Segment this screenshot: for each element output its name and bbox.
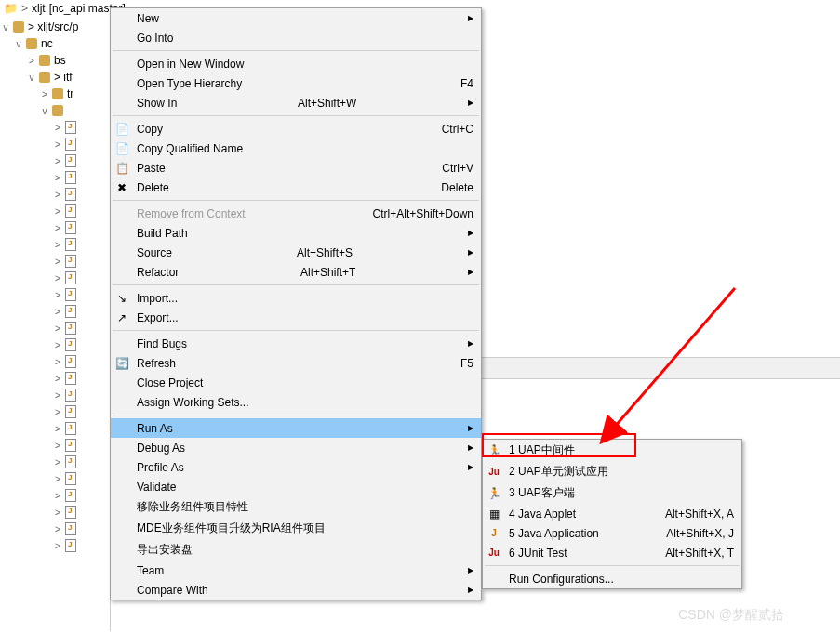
context-menu[interactable]: New▶Go IntoOpen in New WindowOpen Type H… (110, 7, 482, 600)
menu-item-import-[interactable]: ↘Import... (111, 288, 481, 308)
menu-item-1-uap-[interactable]: 🏃1 UAP中间件 (483, 440, 741, 461)
tree-item[interactable]: > (0, 286, 110, 303)
tree-item[interactable]: > (0, 420, 110, 437)
tree-item[interactable]: > (0, 119, 110, 136)
menu-item-show-in[interactable]: Show InAlt+Shift+W▶ (111, 93, 481, 112)
file-icon (63, 521, 78, 536)
menu-item-source[interactable]: SourceAlt+Shift+S▶ (111, 243, 481, 262)
menu-item-4-java-applet[interactable]: ▦4 Java AppletAlt+Shift+X, A (483, 504, 741, 523)
tree-item[interactable]: > (0, 487, 110, 504)
menu-item-open-type-hierarchy[interactable]: Open Type HierarchyF4 (111, 73, 481, 93)
file-icon (63, 220, 78, 235)
tree-item[interactable]: > (0, 387, 110, 403)
ju-icon: Ju (487, 465, 501, 480)
tree-item[interactable]: > (0, 186, 110, 203)
file-icon (63, 237, 78, 252)
menu-item-open-in-new-window[interactable]: Open in New Window (111, 54, 481, 73)
tree-item[interactable]: >tr (0, 86, 110, 102)
file-icon (63, 404, 78, 419)
tree-item[interactable]: > (0, 336, 110, 353)
delete-icon: ✖ (114, 180, 129, 195)
ju-icon: Ju (487, 546, 501, 560)
file-icon (63, 287, 78, 302)
menu-item-run-as[interactable]: Run As▶ (111, 418, 481, 438)
file-icon (63, 254, 78, 269)
menu-item-refresh[interactable]: 🔄RefreshF5 (111, 353, 481, 373)
menu-item-go-into[interactable]: Go Into (111, 28, 481, 47)
menu-item-5-java-application[interactable]: J5 Java ApplicationAlt+Shift+X, J (483, 523, 741, 543)
tree-item[interactable]: > (0, 236, 110, 253)
import-icon: ↘ (114, 291, 129, 306)
menu-item--[interactable]: 导出安装盘 (111, 539, 481, 560)
menu-item-delete[interactable]: ✖DeleteDelete (111, 178, 481, 197)
tree-item[interactable]: > (0, 320, 110, 336)
menu-item-assign-working-sets-[interactable]: Assign Working Sets... (111, 392, 481, 412)
menu-item-debug-as[interactable]: Debug As▶ (111, 438, 481, 457)
tree-item[interactable]: > (0, 353, 110, 370)
file-icon (63, 270, 78, 285)
tree-item[interactable]: > (0, 537, 110, 554)
tree-item[interactable]: > (0, 203, 110, 219)
tree-item[interactable]: > (0, 437, 110, 454)
file-icon (63, 488, 78, 503)
tree-item[interactable]: > (0, 303, 110, 320)
menu-item-remove-from-context[interactable]: Remove from ContextCtrl+Alt+Shift+Down (111, 204, 481, 223)
applet-icon: ▦ (487, 507, 501, 521)
tree-item[interactable]: > (0, 152, 110, 169)
file-icon (63, 421, 78, 436)
menu-item-paste[interactable]: 📋PasteCtrl+V (111, 158, 481, 178)
file-icon (63, 455, 78, 469)
folder-icon: 📁 (4, 2, 18, 15)
run-icon: 🏃 (487, 486, 501, 501)
copy-icon: 📄 (114, 122, 129, 137)
tree-item[interactable]: v (0, 102, 110, 119)
run-as-submenu[interactable]: 🏃1 UAP中间件Ju2 UAP单元测试应用🏃3 UAP客户端▦4 Java A… (482, 439, 742, 589)
tree-item[interactable]: v> itf (0, 69, 110, 86)
menu-item-profile-as[interactable]: Profile As▶ (111, 457, 481, 477)
tree-item[interactable]: > (0, 521, 110, 537)
file-icon (63, 137, 78, 152)
file-icon (63, 371, 78, 386)
tree-item[interactable]: v> xljt/src/p (0, 19, 110, 35)
breadcrumb-project[interactable]: xljt (32, 2, 46, 15)
tree-item[interactable]: > (0, 454, 110, 470)
tree-item[interactable]: > (0, 219, 110, 236)
tree-item[interactable]: > (0, 270, 110, 286)
menu-item-validate[interactable]: Validate (111, 477, 481, 496)
menu-item-run-configurations-[interactable]: Run Configurations... (483, 569, 741, 588)
menu-item-new[interactable]: New▶ (111, 8, 481, 28)
package-icon (37, 53, 52, 68)
menu-item-copy[interactable]: 📄CopyCtrl+C (111, 119, 481, 138)
package-icon (50, 103, 65, 118)
package-icon (24, 36, 39, 51)
menu-item-copy-qualified-name[interactable]: 📄Copy Qualified Name (111, 138, 481, 158)
package-icon (37, 70, 52, 85)
menu-item-2-uap-[interactable]: Ju2 UAP单元测试应用 (483, 461, 741, 482)
menu-item-mde-ria-[interactable]: MDE业务组件项目升级为RIA组件项目 (111, 518, 481, 539)
tree-item[interactable]: >bs (0, 52, 110, 69)
file-icon (63, 505, 78, 520)
file-icon (63, 153, 78, 168)
tree-item[interactable]: > (0, 136, 110, 152)
tree-item[interactable]: > (0, 504, 110, 521)
file-icon (63, 120, 78, 135)
file-icon (63, 438, 78, 453)
menu-item-close-project[interactable]: Close Project (111, 373, 481, 392)
menu-item--[interactable]: 移除业务组件项目特性 (111, 496, 481, 518)
tree-item[interactable]: > (0, 403, 110, 420)
menu-item-6-junit-test[interactable]: Ju6 JUnit TestAlt+Shift+X, T (483, 543, 741, 562)
menu-item-export-[interactable]: ↗Export... (111, 308, 481, 327)
menu-item-refactor[interactable]: RefactorAlt+Shift+T▶ (111, 262, 481, 282)
menu-item-team[interactable]: Team▶ (111, 560, 481, 580)
menu-item-find-bugs[interactable]: Find Bugs▶ (111, 334, 481, 353)
package-explorer[interactable]: v> xljt/src/pvnc>bsv> itf>trv>>>>>>>>>>>… (0, 17, 110, 631)
menu-item-compare-with[interactable]: Compare With▶ (111, 580, 481, 600)
tree-item[interactable]: > (0, 253, 110, 270)
java-icon: J (487, 526, 501, 541)
tree-item[interactable]: > (0, 370, 110, 387)
menu-item-build-path[interactable]: Build Path▶ (111, 223, 481, 243)
menu-item-3-uap-[interactable]: 🏃3 UAP客户端 (483, 482, 741, 504)
tree-item[interactable]: > (0, 169, 110, 186)
tree-item[interactable]: vnc (0, 35, 110, 52)
tree-item[interactable]: > (0, 470, 110, 487)
